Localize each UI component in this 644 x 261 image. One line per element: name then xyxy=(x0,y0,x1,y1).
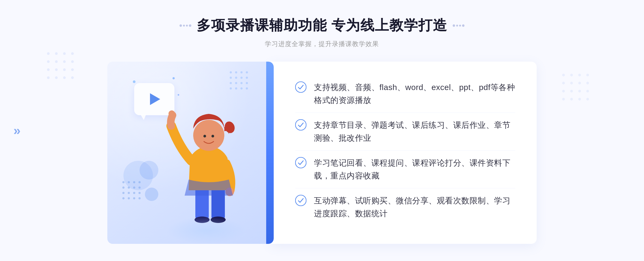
feature-text-2: 支持章节目录、弹题考试、课后练习、课后作业、章节测验、批改作业 xyxy=(314,119,515,144)
feature-item-3: 学习笔记回看、课程提问、课程评论打分、课件资料下载，重点内容收藏 xyxy=(295,151,515,188)
sparkle-2 xyxy=(172,76,175,81)
svg-point-80 xyxy=(295,195,306,206)
svg-point-36 xyxy=(230,77,232,79)
svg-point-45 xyxy=(235,87,237,90)
svg-point-42 xyxy=(240,82,243,84)
check-icon-2 xyxy=(295,119,306,130)
svg-point-26 xyxy=(578,90,581,92)
content-area: 支持视频、音频、flash、word、excel、ppt、pdf等各种格式的资源… xyxy=(107,62,537,244)
svg-point-46 xyxy=(240,87,243,90)
svg-point-11 xyxy=(71,68,74,71)
svg-point-65 xyxy=(173,77,175,79)
svg-point-15 xyxy=(71,76,74,79)
svg-point-52 xyxy=(122,187,125,189)
svg-point-18 xyxy=(578,74,581,76)
svg-point-71 xyxy=(169,110,175,117)
features-list: 支持视频、音频、flash、word、excel、ppt、pdf等各种格式的资源… xyxy=(295,75,515,226)
feature-item-1: 支持视频、音频、flash、word、excel、ppt、pdf等各种格式的资源… xyxy=(295,75,515,113)
svg-point-43 xyxy=(246,82,248,84)
svg-point-27 xyxy=(586,90,589,92)
svg-point-64 xyxy=(133,80,136,83)
svg-point-10 xyxy=(63,68,66,71)
svg-point-39 xyxy=(246,77,248,79)
svg-point-1 xyxy=(55,52,58,55)
svg-point-16 xyxy=(562,74,565,76)
deco-circle-small xyxy=(140,161,158,180)
svg-point-12 xyxy=(47,76,50,79)
svg-point-63 xyxy=(138,197,141,199)
check-icon-1 xyxy=(295,81,306,93)
svg-point-38 xyxy=(240,77,243,79)
svg-point-4 xyxy=(47,60,50,63)
svg-point-13 xyxy=(55,76,58,79)
svg-point-3 xyxy=(71,52,74,55)
feature-text-3: 学习笔记回看、课程提问、课程评论打分、课件资料下载，重点内容收藏 xyxy=(314,156,515,182)
svg-point-44 xyxy=(230,87,232,90)
svg-point-6 xyxy=(63,60,66,63)
svg-point-37 xyxy=(235,77,237,79)
svg-point-28 xyxy=(562,98,565,100)
svg-point-24 xyxy=(562,90,565,92)
light-beam xyxy=(166,217,247,244)
svg-point-66 xyxy=(178,94,179,96)
svg-point-0 xyxy=(47,52,50,55)
svg-point-60 xyxy=(122,197,125,199)
feature-item-2: 支持章节目录、弹题考试、课后练习、课后作业、章节测验、批改作业 xyxy=(295,113,515,151)
svg-point-61 xyxy=(128,197,130,199)
svg-point-21 xyxy=(570,82,573,84)
svg-point-32 xyxy=(230,71,232,73)
svg-point-59 xyxy=(138,192,141,194)
svg-point-8 xyxy=(47,68,50,71)
svg-point-19 xyxy=(586,74,589,76)
svg-point-25 xyxy=(570,90,573,92)
svg-point-14 xyxy=(63,76,66,79)
svg-point-62 xyxy=(133,197,135,199)
svg-point-56 xyxy=(122,192,125,194)
svg-point-79 xyxy=(295,157,306,168)
subtitle: 学习进度全掌握，提升录播课教学效果 xyxy=(180,40,464,48)
sparkle-3 xyxy=(177,92,180,97)
svg-point-23 xyxy=(586,82,589,84)
sparkle-1 xyxy=(131,79,137,85)
main-title: 多项录播课辅助功能 专为线上教学打造 xyxy=(180,16,464,35)
svg-point-2 xyxy=(63,52,66,55)
page-title: 多项录播课辅助功能 专为线上教学打造 xyxy=(197,16,447,35)
svg-point-5 xyxy=(55,60,58,63)
svg-point-48 xyxy=(122,181,125,183)
svg-point-20 xyxy=(562,82,565,84)
svg-point-58 xyxy=(133,192,135,194)
illustration-dot-grid xyxy=(228,70,260,96)
check-icon-3 xyxy=(295,157,306,168)
play-icon xyxy=(150,93,160,105)
svg-point-9 xyxy=(55,68,58,71)
svg-point-7 xyxy=(71,60,74,63)
svg-point-40 xyxy=(230,82,232,84)
illustration-card xyxy=(107,62,274,244)
svg-point-35 xyxy=(246,71,248,73)
feature-text-4: 互动弹幕、试听购买、微信分享、观看次数限制、学习进度跟踪、数据统计 xyxy=(314,194,515,220)
svg-point-41 xyxy=(235,82,237,84)
page-container: 多项录播课辅助功能 专为线上教学打造 学习进度全掌握，提升录播课教学效果 » xyxy=(0,0,644,261)
title-dots-right xyxy=(453,24,464,27)
chevron-icon: » xyxy=(13,124,21,137)
svg-point-73 xyxy=(193,120,224,151)
check-icon-4 xyxy=(295,195,306,206)
svg-point-78 xyxy=(295,120,306,130)
svg-point-57 xyxy=(128,192,130,194)
svg-point-77 xyxy=(295,82,306,92)
svg-point-75 xyxy=(203,135,206,137)
svg-point-34 xyxy=(240,71,243,73)
features-card: 支持视频、音频、flash、word、excel、ppt、pdf等各种格式的资源… xyxy=(271,62,537,244)
feature-text-1: 支持视频、音频、flash、word、excel、ppt、pdf等各种格式的资源… xyxy=(314,81,515,107)
accent-bar xyxy=(266,62,274,244)
svg-point-17 xyxy=(570,74,573,76)
title-dots-left xyxy=(180,24,191,27)
feature-item-4: 互动弹幕、试听购买、微信分享、观看次数限制、学习进度跟踪、数据统计 xyxy=(295,188,515,226)
svg-point-31 xyxy=(586,98,589,100)
svg-point-76 xyxy=(211,135,214,137)
svg-point-22 xyxy=(578,82,581,84)
svg-point-29 xyxy=(570,98,573,100)
svg-point-47 xyxy=(246,87,248,90)
left-nav-arrow[interactable]: » xyxy=(13,124,21,137)
svg-point-33 xyxy=(235,71,237,73)
